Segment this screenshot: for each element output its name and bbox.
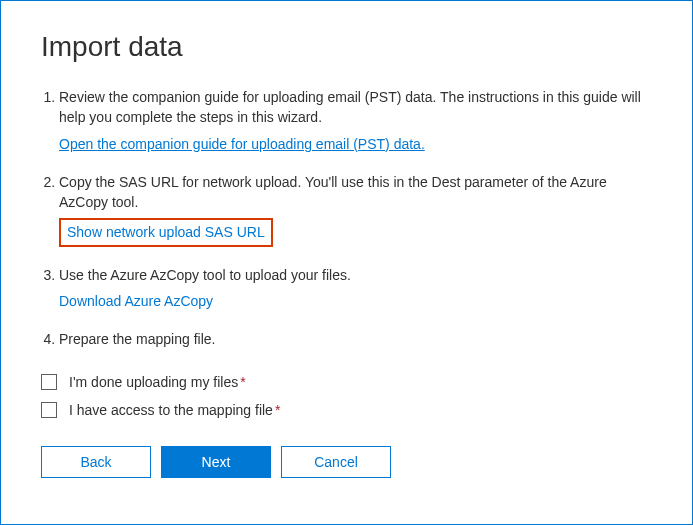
next-button[interactable]: Next bbox=[161, 446, 271, 478]
done-uploading-checkbox[interactable] bbox=[41, 374, 57, 390]
sas-url-highlight: Show network upload SAS URL bbox=[59, 218, 273, 246]
step-2: Copy the SAS URL for network upload. You… bbox=[59, 172, 652, 247]
required-marker: * bbox=[275, 402, 280, 418]
required-marker: * bbox=[240, 374, 245, 390]
button-row: Back Next Cancel bbox=[41, 446, 652, 478]
step-2-text: Copy the SAS URL for network upload. You… bbox=[59, 174, 607, 210]
done-uploading-label: I'm done uploading my files bbox=[69, 374, 238, 390]
step-3: Use the Azure AzCopy tool to upload your… bbox=[59, 265, 652, 312]
show-sas-url-link[interactable]: Show network upload SAS URL bbox=[67, 222, 265, 242]
page-title: Import data bbox=[41, 31, 652, 63]
steps-list: Review the companion guide for uploading… bbox=[41, 87, 652, 350]
step-4: Prepare the mapping file. bbox=[59, 329, 652, 349]
download-azcopy-link[interactable]: Download Azure AzCopy bbox=[59, 291, 213, 311]
checkbox-row-mapping: I have access to the mapping file * bbox=[41, 402, 652, 418]
mapping-access-label: I have access to the mapping file bbox=[69, 402, 273, 418]
mapping-access-checkbox[interactable] bbox=[41, 402, 57, 418]
step-3-text: Use the Azure AzCopy tool to upload your… bbox=[59, 267, 351, 283]
step-4-text: Prepare the mapping file. bbox=[59, 331, 215, 347]
checkbox-row-uploading: I'm done uploading my files * bbox=[41, 374, 652, 390]
companion-guide-link[interactable]: Open the companion guide for uploading e… bbox=[59, 134, 425, 154]
step-1-text: Review the companion guide for uploading… bbox=[59, 89, 641, 125]
step-1: Review the companion guide for uploading… bbox=[59, 87, 652, 154]
checkbox-group: I'm done uploading my files * I have acc… bbox=[41, 374, 652, 418]
cancel-button[interactable]: Cancel bbox=[281, 446, 391, 478]
back-button[interactable]: Back bbox=[41, 446, 151, 478]
